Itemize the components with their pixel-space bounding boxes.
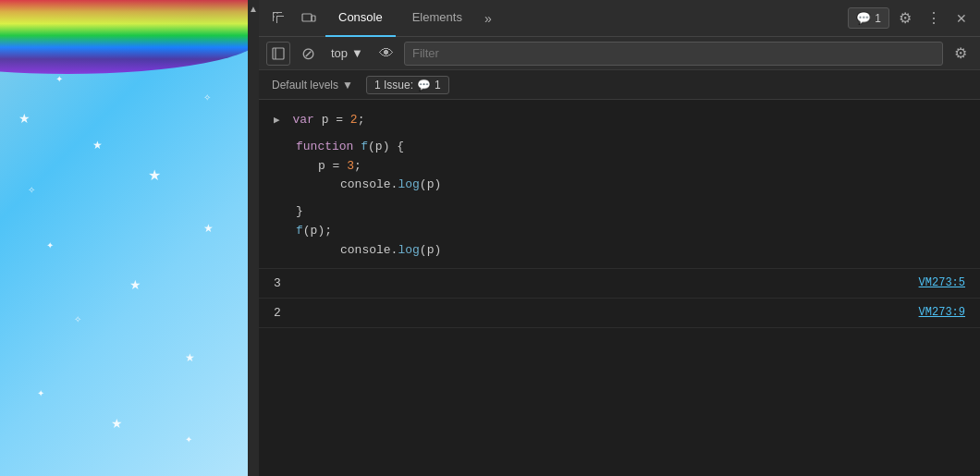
svg-rect-8 — [312, 16, 315, 21]
star-decoration: ✧ — [28, 185, 35, 195]
issue-message-icon: 💬 — [417, 79, 431, 92]
scroll-up-arrow[interactable]: ▲ — [249, 4, 258, 14]
levels-dropdown-icon: ▼ — [342, 79, 353, 92]
clear-console-button[interactable]: ⊘ — [296, 42, 320, 66]
issues-badge[interactable]: 1 Issue: 💬 1 — [366, 76, 449, 94]
output-link-1[interactable]: VM273:5 — [919, 276, 965, 289]
star-decoration: ✦ — [46, 240, 54, 250]
star-decoration: ★ — [92, 139, 103, 152]
star-decoration: ✦ — [185, 434, 192, 445]
star-decoration: ★ — [203, 222, 214, 235]
filter-input[interactable] — [404, 42, 943, 66]
code-line-2: function f (p) { — [274, 138, 965, 157]
browser-background: ★ ✦ ★ ✧ ★ ✦ ★ ✧ ★ ✦ ★ ✧ ★ ✦ ▲ — [0, 0, 259, 476]
star-decoration: ★ — [111, 416, 123, 431]
star-decoration: ✧ — [74, 314, 81, 324]
settings-gear-icon[interactable]: ⚙ — [893, 6, 917, 31]
expand-arrow[interactable]: ▶ — [274, 113, 280, 129]
output-line-2: 2 VM273:9 — [259, 299, 980, 328]
more-options-icon[interactable]: ⋮ — [921, 6, 947, 31]
svg-rect-9 — [273, 48, 284, 59]
devtools-tab-bar: Console Elements » 💬 1 ⚙ ⋮ ✕ — [259, 0, 980, 37]
star-decoration: ★ — [129, 277, 141, 292]
svg-rect-6 — [276, 16, 284, 17]
devtools-panel: Console Elements » 💬 1 ⚙ ⋮ ✕ ⊘ top ▼ 👁 ⚙ — [259, 0, 980, 476]
star-decoration: ✦ — [55, 74, 63, 84]
output-link-2[interactable]: VM273:9 — [919, 306, 965, 319]
star-decoration: ✦ — [37, 388, 44, 398]
live-expressions-button[interactable]: 👁 — [374, 42, 398, 66]
code-line-7: console. log (p) — [274, 241, 965, 261]
message-icon: 💬 — [856, 11, 871, 25]
svg-rect-5 — [276, 16, 277, 23]
spacer — [274, 130, 965, 138]
code-line-4: console. log (p) — [274, 176, 965, 195]
star-decoration: ★ — [148, 166, 161, 184]
context-dropdown-icon: ▼ — [351, 46, 363, 60]
console-secondary-toolbar: ⊘ top ▼ 👁 ⚙ — [259, 37, 980, 70]
console-output: ▶ var p = 2 ; function f (p) { p = — [259, 100, 980, 476]
code-block: ▶ var p = 2 ; function f (p) { p = — [259, 100, 980, 269]
inspect-element-icon[interactable] — [266, 6, 292, 31]
issues-count: 1 — [435, 79, 441, 92]
scroll-indicator: ▲ — [248, 0, 259, 476]
output-line-1: 3 VM273:5 — [259, 269, 980, 299]
console-sidebar-button[interactable] — [266, 42, 290, 66]
star-decoration: ★ — [185, 351, 195, 364]
console-settings-icon[interactable]: ⚙ — [949, 43, 973, 64]
svg-rect-3 — [273, 12, 274, 21]
spacer — [274, 195, 965, 202]
code-line-5: } — [274, 202, 965, 222]
default-levels-button[interactable]: Default levels ▼ — [266, 76, 359, 94]
message-badge[interactable]: 💬 1 — [848, 7, 889, 29]
context-value: top — [331, 46, 348, 60]
issues-label: 1 Issue: — [374, 79, 413, 92]
code-line-1[interactable]: ▶ var p = 2 ; — [274, 111, 965, 130]
more-tabs-button[interactable]: » — [479, 7, 497, 30]
svg-rect-7 — [302, 14, 312, 21]
svg-rect-4 — [273, 12, 282, 13]
code-line-6: f (p); — [274, 222, 965, 241]
tab-elements[interactable]: Elements — [399, 0, 475, 37]
output-value-1: 3 — [274, 276, 919, 290]
levels-label: Default levels — [272, 79, 338, 92]
tab-console[interactable]: Console — [325, 0, 396, 37]
output-value-2: 2 — [274, 306, 919, 320]
context-selector[interactable]: top ▼ — [325, 44, 369, 62]
device-toolbar-icon[interactable] — [296, 6, 322, 31]
close-devtools-button[interactable]: ✕ — [950, 7, 973, 30]
star-decoration: ★ — [18, 111, 31, 126]
code-line-3: p = 3 ; — [274, 157, 965, 177]
levels-toolbar: Default levels ▼ 1 Issue: 💬 1 — [259, 70, 980, 100]
rainbow-decoration — [0, 0, 259, 74]
message-count: 1 — [875, 12, 881, 25]
star-decoration: ✧ — [203, 92, 211, 103]
